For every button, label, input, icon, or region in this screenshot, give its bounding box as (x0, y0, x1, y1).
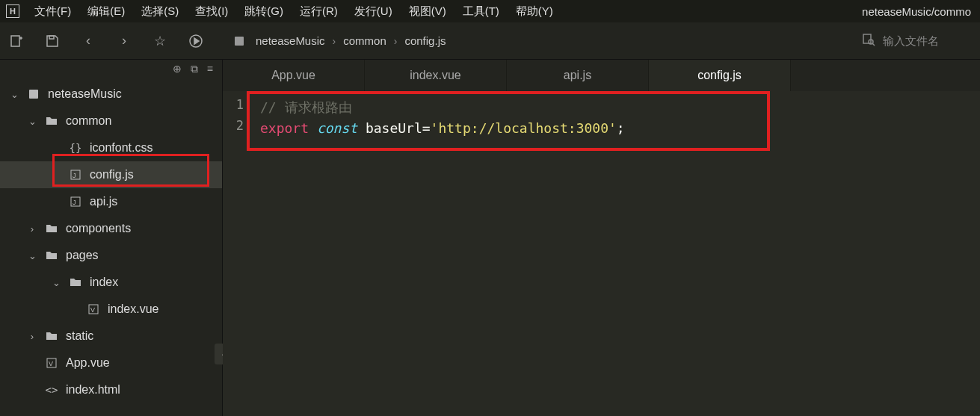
new-file-icon[interactable] (7, 32, 25, 50)
menu-edit[interactable]: 编辑(E) (80, 1, 132, 22)
menu-icon[interactable]: ≡ (207, 63, 213, 75)
tree-item-label: api.js (90, 195, 117, 208)
nav-forward-icon[interactable]: › (115, 32, 133, 50)
nav-back-icon[interactable]: ‹ (79, 32, 97, 50)
editor-area: App.vueindex.vueapi.jsconfig.js 12 // 请求… (223, 60, 980, 416)
menu-find[interactable]: 查找(I) (188, 1, 235, 22)
expand-icon[interactable]: ⌄ (51, 277, 61, 288)
menu-tools[interactable]: 工具(T) (455, 1, 507, 22)
svg-rect-0 (11, 36, 19, 46)
tree-file[interactable]: Jconfig.js (0, 161, 222, 188)
tree-item-label: static (66, 329, 93, 343)
folder-icon (45, 223, 58, 235)
menu-file[interactable]: 文件(F) (27, 1, 78, 22)
menu-goto[interactable]: 跳转(G) (237, 1, 291, 22)
project-icon (27, 88, 40, 100)
svg-marker-5 (194, 38, 199, 44)
file-search[interactable] (862, 33, 973, 49)
tree-item-label: neteaseMusic (48, 87, 122, 101)
svg-rect-10 (29, 90, 38, 99)
tree-item-label: iconfont.css (90, 141, 152, 155)
svg-text:V: V (90, 306, 95, 314)
editor-tab[interactable]: App.vue (223, 60, 365, 91)
tree-item-label: components (66, 222, 131, 235)
tree-item-label: index (90, 276, 118, 289)
tree-item-label: config.js (90, 168, 134, 181)
tree-folder[interactable]: ›static (0, 323, 222, 350)
svg-text:V: V (49, 360, 53, 367)
svg-rect-6 (235, 37, 244, 46)
tree-file[interactable]: {}iconfont.css (0, 134, 222, 161)
play-icon[interactable] (187, 32, 205, 50)
expand-icon[interactable]: ⌄ (9, 89, 19, 100)
svg-rect-3 (49, 36, 54, 39)
breadcrumb-item[interactable]: common (343, 34, 386, 47)
menu-view[interactable]: 视图(V) (401, 1, 454, 22)
breadcrumb-item[interactable]: config.js (404, 34, 446, 47)
folder-icon (45, 115, 58, 127)
file-explorer: ⊕ ⧉ ≡ ⌄neteaseMusic⌄common{}iconfont.css… (0, 60, 223, 416)
tree-folder[interactable]: ⌄common (0, 108, 222, 134)
menu-publish[interactable]: 发行(U) (347, 1, 400, 22)
svg-line-9 (872, 43, 875, 46)
folder-icon (69, 276, 82, 288)
expand-icon[interactable]: ⌄ (27, 116, 37, 127)
star-icon[interactable]: ☆ (151, 32, 169, 50)
app-logo: H (6, 4, 19, 18)
breadcrumb-item[interactable]: neteaseMusic (256, 34, 325, 47)
tree-item-label: pages (66, 249, 99, 262)
css-icon: {} (69, 142, 82, 154)
folder-icon (45, 249, 58, 261)
editor-tab[interactable]: index.vue (365, 60, 507, 91)
tree-item-label: App.vue (66, 356, 110, 370)
tree-file[interactable]: Japi.js (0, 188, 222, 215)
tree-folder[interactable]: ›components (0, 215, 222, 242)
project-icon (230, 32, 248, 50)
folder-icon (45, 330, 58, 342)
svg-text:J: J (73, 172, 76, 179)
menu-select[interactable]: 选择(S) (134, 1, 186, 22)
tree-item-label: index.vue (108, 302, 159, 316)
breadcrumb: neteaseMusic › common › config.js (230, 32, 446, 50)
collapse-all-icon[interactable]: ⧉ (191, 63, 198, 75)
tree-item-label: common (66, 114, 111, 128)
editor-tab[interactable]: api.js (507, 60, 649, 91)
chevron-right-icon: › (333, 35, 336, 47)
tree-file[interactable]: Vindex.vue (0, 296, 222, 323)
editor-tabs: App.vueindex.vueapi.jsconfig.js (223, 60, 980, 91)
html-icon: <> (45, 384, 58, 396)
expand-icon[interactable]: › (27, 223, 37, 235)
svg-rect-7 (863, 34, 871, 43)
new-folder-icon[interactable]: ⊕ (173, 63, 182, 75)
vue-icon: V (87, 304, 100, 314)
menubar: H 文件(F) 编辑(E) 选择(S) 查找(I) 跳转(G) 运行(R) 发行… (0, 0, 980, 22)
window-title: neteaseMusic/commo (862, 5, 974, 18)
vue-icon: V (45, 358, 58, 368)
js-icon: J (69, 170, 82, 180)
expand-icon[interactable]: › (27, 331, 37, 342)
js-icon: J (69, 196, 82, 207)
editor-tab[interactable]: config.js (649, 60, 791, 91)
code-editor[interactable]: // 请求根路由export const baseUrl='http://loc… (260, 97, 625, 139)
tree-folder[interactable]: ⌄neteaseMusic (0, 81, 222, 108)
menu-help[interactable]: 帮助(Y) (508, 1, 561, 22)
svg-text:J: J (73, 199, 76, 206)
tree-item-label: index.html (66, 383, 120, 397)
line-gutter: 12 (223, 97, 250, 139)
menu-run[interactable]: 运行(R) (292, 1, 345, 22)
chevron-right-icon: › (394, 35, 398, 47)
search-icon (862, 33, 875, 49)
tree-file[interactable]: <>index.html (0, 376, 222, 403)
tree-folder[interactable]: ⌄pages (0, 242, 222, 269)
tree-file[interactable]: VApp.vue (0, 350, 222, 376)
search-input[interactable] (883, 34, 973, 47)
toolbar: ‹ › ☆ neteaseMusic › common › config.js (0, 22, 980, 60)
save-icon[interactable] (43, 32, 61, 50)
expand-icon[interactable]: ⌄ (27, 250, 37, 261)
tree-folder[interactable]: ⌄index (0, 269, 222, 296)
